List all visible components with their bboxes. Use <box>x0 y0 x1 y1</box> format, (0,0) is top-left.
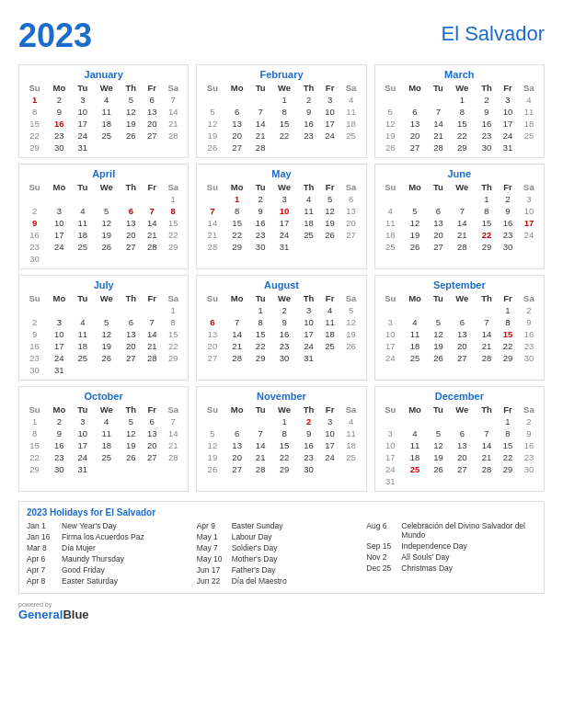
holiday-item: May 1Labour Day <box>197 532 367 541</box>
day-header-sa: Sa <box>340 404 362 415</box>
day-cell <box>379 304 402 316</box>
day-cell: 20 <box>201 340 224 352</box>
holiday-date: Jun 17 <box>197 565 228 574</box>
day-cell <box>476 304 498 316</box>
day-cell: 5 <box>201 106 224 118</box>
day-cell <box>402 94 428 106</box>
day-cell: 15 <box>270 439 297 451</box>
holidays-title: 2023 Holidays for El Salvador <box>27 507 536 518</box>
day-cell <box>46 253 72 265</box>
day-header-su: Su <box>379 82 402 94</box>
day-cell <box>379 415 402 427</box>
week-row: 20212223242526 <box>201 340 362 352</box>
day-cell: 18 <box>93 439 120 451</box>
day-cell: 11 <box>402 439 428 451</box>
holiday-item: Apr 9Easter Sunday <box>197 521 367 530</box>
day-cell: 30 <box>270 352 297 364</box>
day-cell <box>518 475 540 487</box>
day-cell: 18 <box>402 340 428 352</box>
month-block-october: OctoberSuMoTuWeThFrSa1234567891011121314… <box>18 386 189 492</box>
day-cell: 1 <box>224 193 249 205</box>
day-cell: 20 <box>449 451 476 463</box>
day-cell <box>162 364 184 376</box>
week-row: 16171819202122 <box>23 340 184 352</box>
day-cell: 4 <box>93 94 120 106</box>
footer-left: powered by GeneralBlue <box>18 601 89 621</box>
holiday-name: Maundy Thursday <box>62 554 124 563</box>
day-cell: 24 <box>270 229 297 241</box>
day-cell: 17 <box>46 340 72 352</box>
day-cell: 12 <box>428 328 449 340</box>
calendar-table: SuMoTuWeThFrSa12345678910111213141516171… <box>379 82 540 154</box>
day-cell: 11 <box>73 328 94 340</box>
calendars-grid: JanuarySuMoTuWeThFrSa1234567891011121314… <box>18 64 545 492</box>
holiday-date: Nov 2 <box>366 552 397 562</box>
day-cell: 27 <box>142 130 162 142</box>
day-cell: 27 <box>449 352 476 364</box>
week-row: 262728 <box>201 142 362 154</box>
week-row: 23242526272829 <box>23 241 184 253</box>
day-cell: 4 <box>340 94 362 106</box>
day-cell: 19 <box>201 451 224 463</box>
day-cell: 27 <box>201 352 224 364</box>
day-cell: 15 <box>162 328 184 340</box>
day-cell: 11 <box>93 106 120 118</box>
day-cell: 2 <box>250 193 271 205</box>
day-header-tu: Tu <box>428 82 449 94</box>
day-cell: 4 <box>340 415 362 427</box>
day-cell: 26 <box>201 463 224 475</box>
day-cell: 15 <box>250 328 271 340</box>
day-cell: 2 <box>23 205 46 217</box>
day-header-sa: Sa <box>518 404 540 415</box>
day-cell: 16 <box>298 118 320 130</box>
holiday-item: May 7Soldier's Day <box>197 543 367 552</box>
day-cell <box>142 463 162 475</box>
day-cell: 28 <box>250 463 271 475</box>
day-cell: 4 <box>298 193 320 205</box>
day-header-su: Su <box>379 292 402 304</box>
holiday-item: Jan 16Firma los Acuerdos Paz <box>27 532 197 541</box>
week-row: 28293031 <box>201 241 362 253</box>
day-cell <box>93 364 120 376</box>
week-row: 1234 <box>201 94 362 106</box>
day-cell: 24 <box>379 463 402 475</box>
day-cell: 28 <box>162 451 184 463</box>
day-cell: 3 <box>73 94 94 106</box>
week-row: 262728293031 <box>379 142 540 154</box>
day-cell: 19 <box>379 130 402 142</box>
week-row: 567891011 <box>201 106 362 118</box>
day-cell: 21 <box>250 451 271 463</box>
day-cell <box>46 304 72 316</box>
day-cell <box>201 94 224 106</box>
day-cell <box>73 253 94 265</box>
day-cell: 13 <box>402 118 428 130</box>
day-cell: 25 <box>320 340 340 352</box>
day-cell: 9 <box>270 316 297 328</box>
day-cell: 4 <box>402 427 428 439</box>
day-cell <box>250 94 271 106</box>
week-row: 2728293031 <box>201 352 362 364</box>
day-header-mo: Mo <box>402 82 428 94</box>
day-cell: 5 <box>428 316 449 328</box>
day-header-fr: Fr <box>498 181 518 193</box>
day-cell: 17 <box>498 118 518 130</box>
day-cell: 29 <box>498 463 518 475</box>
month-name: October <box>23 391 184 402</box>
day-cell: 12 <box>93 217 120 229</box>
day-cell: 1 <box>498 304 518 316</box>
day-header-we: We <box>93 181 120 193</box>
day-cell: 11 <box>340 427 362 439</box>
holiday-item: Aug 6Celebración del Divino Salvador del… <box>366 521 536 540</box>
day-cell: 2 <box>476 94 498 106</box>
day-cell: 12 <box>201 118 224 130</box>
year-title: 2023 <box>18 17 92 55</box>
day-cell: 15 <box>449 118 476 130</box>
week-row: 293031 <box>23 463 184 475</box>
day-cell: 11 <box>340 106 362 118</box>
month-name: September <box>379 279 540 290</box>
day-cell: 27 <box>142 451 162 463</box>
day-cell: 15 <box>476 217 498 229</box>
day-cell: 8 <box>23 106 46 118</box>
day-cell: 24 <box>73 451 94 463</box>
day-cell: 22 <box>162 229 184 241</box>
